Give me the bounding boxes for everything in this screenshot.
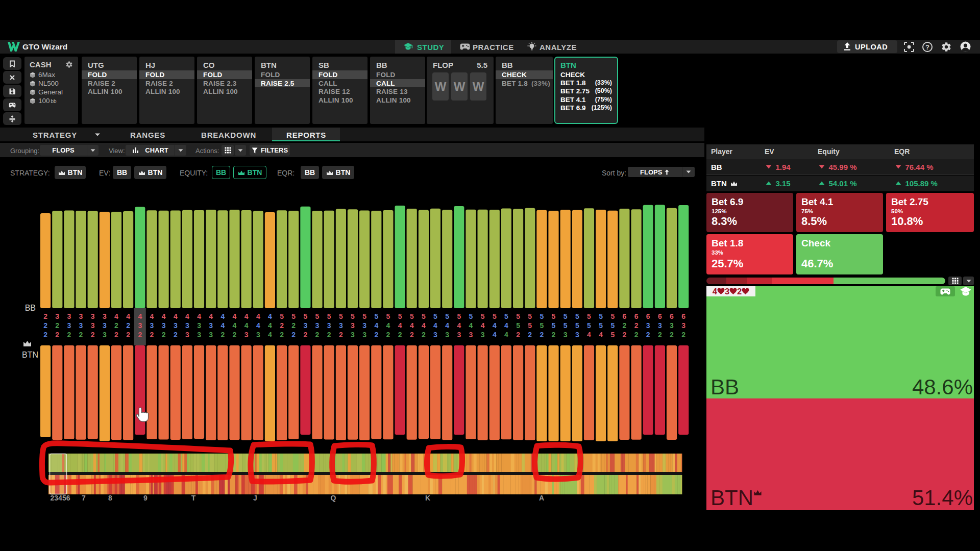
- svg-text:3: 3: [362, 321, 366, 330]
- svg-text:2: 2: [315, 331, 320, 339]
- svg-text:4: 4: [268, 321, 272, 330]
- svg-text:2: 2: [91, 331, 95, 339]
- svg-text:2: 2: [339, 331, 343, 339]
- svg-text:3: 3: [91, 321, 95, 330]
- svg-text:5: 5: [516, 321, 520, 330]
- svg-text:3: 3: [197, 331, 201, 339]
- svg-text:2: 2: [221, 331, 225, 339]
- svg-text:5: 5: [516, 312, 520, 320]
- svg-text:2: 2: [150, 331, 154, 339]
- svg-text:7: 7: [82, 494, 86, 502]
- svg-text:4: 4: [469, 321, 473, 330]
- svg-text:3: 3: [315, 321, 320, 330]
- svg-text:5: 5: [362, 312, 366, 320]
- svg-text:5: 5: [552, 312, 556, 320]
- svg-text:3: 3: [339, 321, 343, 330]
- svg-text:2: 2: [280, 331, 284, 339]
- svg-text:2: 2: [126, 321, 130, 330]
- svg-text:2: 2: [291, 321, 296, 330]
- svg-text:3: 3: [256, 331, 260, 339]
- svg-text:5: 5: [540, 321, 544, 330]
- svg-text:J: J: [253, 494, 257, 502]
- svg-text:4: 4: [398, 321, 402, 330]
- svg-text:2: 2: [55, 331, 59, 339]
- svg-text:?: ?: [925, 43, 929, 51]
- svg-text:4: 4: [174, 312, 178, 320]
- svg-text:4: 4: [244, 321, 249, 330]
- svg-text:4: 4: [185, 312, 189, 320]
- svg-text:2: 2: [398, 331, 402, 339]
- svg-text:3: 3: [103, 321, 107, 330]
- svg-text:6: 6: [681, 312, 685, 320]
- svg-text:2: 2: [43, 331, 47, 339]
- svg-text:6: 6: [634, 312, 639, 320]
- svg-text:3: 3: [91, 312, 95, 320]
- svg-text:2: 2: [55, 321, 59, 330]
- svg-text:4: 4: [268, 331, 272, 339]
- svg-text:5: 5: [374, 312, 378, 320]
- svg-text:5: 5: [587, 312, 591, 320]
- svg-text:23456: 23456: [51, 494, 70, 502]
- svg-text:4: 4: [197, 312, 201, 320]
- svg-text:2: 2: [634, 331, 639, 339]
- svg-text:BTN: BTN: [22, 350, 38, 359]
- svg-text:3: 3: [362, 331, 366, 339]
- svg-text:4: 4: [256, 321, 260, 330]
- svg-text:5: 5: [280, 312, 284, 320]
- svg-text:5: 5: [528, 321, 532, 330]
- svg-text:4: 4: [493, 321, 497, 330]
- svg-text:4: 4: [233, 312, 237, 320]
- svg-text:3: 3: [658, 321, 662, 330]
- svg-text:4: 4: [481, 321, 485, 330]
- svg-text:3: 3: [162, 321, 166, 330]
- svg-text:4: 4: [114, 312, 118, 320]
- svg-text:3: 3: [646, 321, 650, 330]
- svg-text:4: 4: [422, 321, 426, 330]
- svg-text:5: 5: [564, 321, 568, 330]
- svg-text:5: 5: [528, 312, 532, 320]
- svg-text:2: 2: [43, 312, 47, 320]
- svg-text:2: 2: [43, 321, 47, 330]
- svg-text:2: 2: [646, 331, 650, 339]
- svg-text:2: 2: [304, 331, 308, 339]
- svg-text:5: 5: [315, 312, 320, 320]
- svg-text:Q: Q: [331, 494, 336, 502]
- svg-text:4: 4: [138, 312, 142, 320]
- svg-text:3: 3: [481, 331, 485, 339]
- svg-text:2: 2: [79, 331, 83, 339]
- svg-text:2: 2: [386, 331, 390, 339]
- svg-text:BB: BB: [25, 304, 36, 312]
- svg-text:3: 3: [244, 331, 249, 339]
- svg-text:4: 4: [150, 312, 154, 320]
- svg-text:2: 2: [233, 331, 237, 339]
- svg-text:5: 5: [575, 321, 579, 330]
- svg-text:3: 3: [138, 321, 142, 330]
- svg-text:5: 5: [599, 321, 603, 330]
- svg-text:2: 2: [327, 331, 331, 339]
- svg-text:3: 3: [103, 312, 107, 320]
- svg-text:3: 3: [304, 321, 308, 330]
- svg-text:5: 5: [493, 312, 497, 320]
- svg-text:3: 3: [209, 331, 213, 339]
- svg-text:3: 3: [433, 331, 437, 339]
- svg-text:8: 8: [108, 494, 112, 502]
- svg-text:3: 3: [55, 312, 59, 320]
- svg-text:4: 4: [244, 312, 249, 320]
- svg-text:5: 5: [327, 312, 331, 320]
- svg-text:4: 4: [504, 331, 508, 339]
- svg-text:2: 2: [623, 321, 627, 330]
- svg-text:3: 3: [103, 331, 107, 339]
- svg-text:3: 3: [351, 331, 355, 339]
- svg-text:5: 5: [587, 321, 591, 330]
- svg-text:2: 2: [528, 331, 532, 339]
- svg-text:2: 2: [516, 331, 520, 339]
- svg-text:5: 5: [433, 312, 437, 320]
- svg-text:4: 4: [221, 312, 225, 320]
- svg-text:3: 3: [327, 321, 331, 330]
- svg-text:4: 4: [445, 321, 449, 330]
- svg-text:4: 4: [433, 321, 437, 330]
- svg-text:5: 5: [304, 312, 308, 320]
- svg-text:4: 4: [457, 321, 461, 330]
- svg-text:5: 5: [481, 312, 485, 320]
- svg-text:2: 2: [67, 331, 71, 339]
